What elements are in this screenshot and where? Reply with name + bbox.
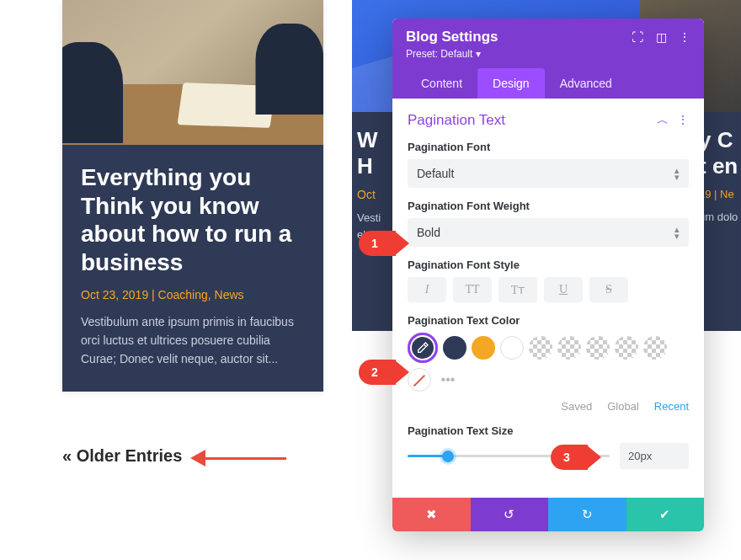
section-menu-icon[interactable]: ⋮ [677,113,689,128]
expand-icon[interactable]: ⛶ [632,31,643,43]
color-swatch-transparent-1[interactable] [529,336,552,360]
redo-button[interactable]: ↻ [548,498,626,531]
preset-dropdown[interactable]: Preset: Default ▾ [406,48,690,60]
panel-tabs: Content Design Advanced [406,68,690,99]
post-title[interactable]: Everything you Think you know about how … [81,163,305,276]
style-underline-button[interactable]: U [544,277,583,302]
color-swatch-white[interactable] [500,336,524,360]
panel-title: Blog Settings [406,29,498,45]
undo-icon: ↺ [504,507,514,522]
label-pagination-style: Pagination Font Style [408,259,689,271]
post-thumbnail[interactable] [62,0,323,145]
undo-button[interactable]: ↺ [471,498,549,531]
color-tab-recent[interactable]: Recent [654,400,689,413]
blog-settings-panel: Blog Settings ⛶ ◫ ⋮ Preset: Default ▾ Co… [392,19,704,531]
callout-2: 2 [359,360,396,385]
section-pagination-text[interactable]: Pagination Text ︿ ⋮ [408,112,689,129]
color-swatch-navy[interactable] [443,336,466,360]
save-button[interactable]: ✔ [626,498,705,531]
post-excerpt: Vestibulum ante ipsum primis in faucibus… [81,313,305,368]
blog-post-card: Everything you Think you know about how … [62,0,323,392]
post-date: Oct 23, 2019 [81,288,148,301]
columns-icon[interactable]: ◫ [655,31,667,43]
color-tab-saved[interactable]: Saved [561,400,592,413]
style-smallcaps-button[interactable]: Tᴛ [498,277,537,302]
pagination-weight-select[interactable]: Bold▴▾ [408,218,689,247]
eyedropper-icon [416,341,429,355]
redo-icon: ↻ [582,507,593,522]
style-italic-button[interactable]: I [408,277,446,302]
label-pagination-font: Pagination Font [408,141,689,153]
color-swatch-orange[interactable] [472,336,495,360]
callout-3: 3 [551,445,588,470]
post-meta: Oct 23, 2019 | Coaching, News [81,288,305,301]
post-categories[interactable]: Coaching, News [158,288,244,301]
post-card-2-peek: W H Oct Vesti eleme [352,112,394,331]
label-pagination-size: Pagination Text Size [408,424,689,437]
text-size-input[interactable] [620,443,689,469]
kebab-menu-icon[interactable]: ⋮ [679,31,690,43]
pagination-font-select[interactable]: Default▴▾ [408,159,689,188]
annotation-arrow [185,450,286,467]
color-swatch-none[interactable] [408,368,431,392]
older-entries-link[interactable]: « Older Entries [62,446,182,466]
color-swatch-transparent-2[interactable] [557,336,581,360]
check-icon: ✔ [659,507,670,522]
style-strikethrough-button[interactable]: S [589,277,628,302]
tab-content[interactable]: Content [406,68,477,99]
discard-button[interactable]: ✖ [392,498,471,531]
tab-advanced[interactable]: Advanced [545,68,627,99]
color-tab-global[interactable]: Global [607,400,639,413]
label-pagination-weight: Pagination Font Weight [408,200,689,212]
callout-1: 1 [359,231,396,256]
label-pagination-color: Pagination Text Color [408,314,689,327]
color-picker-button[interactable] [408,333,438,363]
color-swatch-transparent-5[interactable] [643,336,667,360]
tab-design[interactable]: Design [477,68,545,99]
color-swatch-transparent-3[interactable] [586,336,610,360]
close-icon: ✖ [426,507,437,522]
style-uppercase-button[interactable]: TT [453,277,492,302]
collapse-icon[interactable]: ︿ [657,113,669,128]
color-more-button[interactable]: ••• [436,372,460,387]
color-swatch-transparent-4[interactable] [615,336,638,360]
